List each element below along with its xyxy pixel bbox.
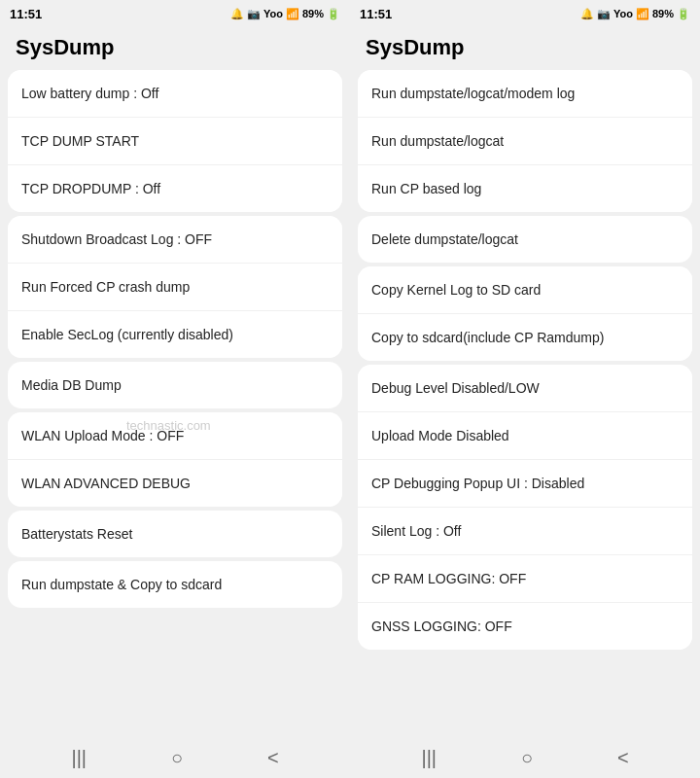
nav-bar-right: ||| ○ < — [350, 737, 700, 778]
right-group-3: Copy Kernel Log to SD card Copy to sdcar… — [358, 266, 692, 361]
left-group-1: Low battery dump : Off TCP DUMP START TC… — [8, 70, 342, 212]
home-button[interactable]: ○ — [171, 747, 183, 769]
list-item[interactable]: Upload Mode Disabled — [358, 412, 692, 460]
back-button[interactable]: < — [267, 747, 279, 769]
right-panel-scroll: Run dumpstate/logcat/modem log Run dumps… — [350, 70, 700, 737]
left-group-3: Media DB Dump — [8, 362, 342, 408]
left-group-6: Run dumpstate & Copy to sdcard — [8, 561, 342, 608]
battery-icon-r: 89% 🔋 — [652, 8, 690, 20]
back-button-r[interactable]: < — [617, 747, 629, 769]
list-item[interactable]: GNSS LOGGING: OFF — [358, 603, 692, 650]
list-item[interactable]: Enable SecLog (currently disabled) — [8, 311, 342, 358]
time-left: 11:51 — [10, 7, 42, 21]
recents-button[interactable]: ||| — [71, 747, 87, 769]
notification-icon-r: 🔔 — [580, 8, 594, 20]
notification-icon: 🔔 — [230, 8, 244, 20]
list-item[interactable]: Run CP based log — [358, 165, 692, 212]
list-item[interactable]: TCP DUMP START — [8, 118, 342, 165]
left-panel-title: SysDump — [0, 27, 350, 70]
list-item[interactable]: CP Debugging Popup UI : Disabled — [358, 460, 692, 508]
main-content: SysDump Low battery dump : Off TCP DUMP … — [0, 27, 700, 737]
right-group-1: Run dumpstate/logcat/modem log Run dumps… — [358, 70, 692, 212]
left-group-4: WLAN Upload Mode : OFF WLAN ADVANCED DEB… — [8, 412, 342, 507]
status-bars: 11:51 🔔 📷 Yoo 📶 89% 🔋 11:51 🔔 📷 Yoo 📶 89… — [0, 0, 700, 27]
camera-icon: 📷 — [247, 8, 261, 20]
nav-bar-left: ||| ○ < — [0, 737, 350, 778]
left-group-2: Shutdown Broadcast Log : OFF Run Forced … — [8, 216, 342, 358]
time-right: 11:51 — [360, 7, 392, 21]
camera-icon-r: 📷 — [597, 8, 611, 20]
left-panel: SysDump Low battery dump : Off TCP DUMP … — [0, 27, 350, 737]
list-item[interactable]: Run dumpstate/logcat/modem log — [358, 70, 692, 118]
list-item[interactable]: Run Forced CP crash dump — [8, 264, 342, 311]
status-icons-right: 🔔 📷 Yoo 📶 89% 🔋 — [580, 8, 690, 20]
signal-icon-r: Yoo 📶 — [613, 8, 649, 20]
list-item[interactable]: Run dumpstate/logcat — [358, 118, 692, 165]
list-item[interactable]: Copy to sdcard(include CP Ramdump) — [358, 314, 692, 361]
battery-icon: 89% 🔋 — [302, 8, 340, 20]
list-item[interactable]: Low battery dump : Off — [8, 70, 342, 118]
list-item[interactable]: CP RAM LOGGING: OFF — [358, 555, 692, 603]
recents-button-r[interactable]: ||| — [421, 747, 437, 769]
list-item[interactable]: Debug Level Disabled/LOW — [358, 365, 692, 412]
list-item[interactable]: Run dumpstate & Copy to sdcard — [8, 561, 342, 608]
signal-icon: Yoo 📶 — [263, 8, 299, 20]
list-item[interactable]: Batterystats Reset — [8, 511, 342, 557]
right-panel: SysDump Run dumpstate/logcat/modem log R… — [350, 27, 700, 737]
list-item[interactable]: Media DB Dump — [8, 362, 342, 408]
list-item[interactable]: Silent Log : Off — [358, 508, 692, 555]
list-item[interactable]: WLAN ADVANCED DEBUG — [8, 460, 342, 507]
list-item[interactable]: Shutdown Broadcast Log : OFF — [8, 216, 342, 264]
right-group-4: Debug Level Disabled/LOW Upload Mode Dis… — [358, 365, 692, 650]
nav-bars: ||| ○ < ||| ○ < — [0, 737, 700, 778]
left-group-5: Batterystats Reset — [8, 511, 342, 557]
list-item[interactable]: Delete dumpstate/logcat — [358, 216, 692, 263]
left-panel-scroll: Low battery dump : Off TCP DUMP START TC… — [0, 70, 350, 737]
list-item[interactable]: TCP DROPDUMP : Off — [8, 165, 342, 212]
home-button-r[interactable]: ○ — [521, 747, 533, 769]
status-bar-right: 11:51 🔔 📷 Yoo 📶 89% 🔋 — [350, 0, 700, 27]
right-panel-title: SysDump — [350, 27, 700, 70]
list-item[interactable]: Copy Kernel Log to SD card — [358, 266, 692, 314]
status-icons-left: 🔔 📷 Yoo 📶 89% 🔋 — [230, 8, 340, 20]
list-item[interactable]: WLAN Upload Mode : OFF — [8, 412, 342, 460]
status-bar-left: 11:51 🔔 📷 Yoo 📶 89% 🔋 — [0, 0, 350, 27]
right-group-2: Delete dumpstate/logcat — [358, 216, 692, 263]
